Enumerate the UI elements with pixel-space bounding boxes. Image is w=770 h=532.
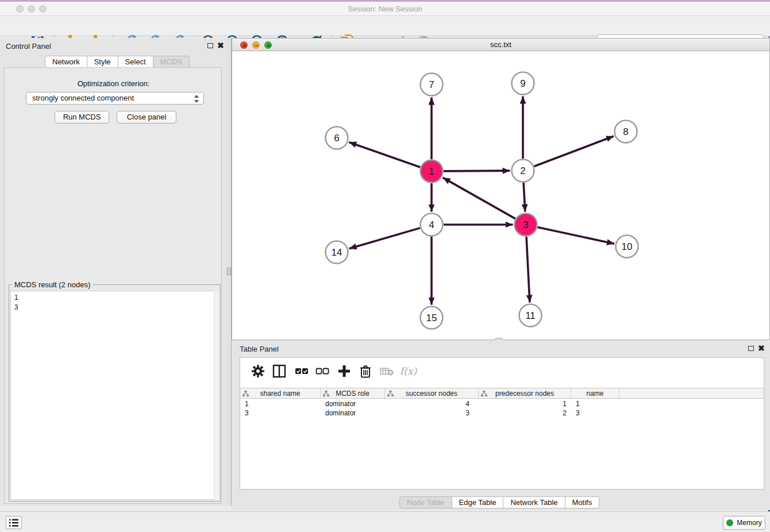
graph-edge-3-1[interactable] [443, 178, 515, 219]
table-panel: Table Panel ✖ f(x) shared name MCDS role… [232, 340, 770, 510]
list-icon [9, 518, 19, 527]
graph-node-label: 11 [525, 310, 536, 321]
cell-successor-nodes: 4 [385, 399, 479, 409]
cell-predecessor-nodes: 1 [479, 399, 571, 409]
columns-icon[interactable] [272, 364, 287, 379]
graph-node-label: 3 [523, 219, 528, 230]
graph-node-label: 14 [332, 247, 342, 258]
mcds-result-scrollbar[interactable] [214, 291, 219, 500]
graph-edge-2-8[interactable] [534, 136, 614, 167]
cell-name: 3 [571, 408, 619, 418]
cell-successor-nodes: 3 [385, 408, 479, 418]
mcds-result-title: MCDS result (2 nodes) [12, 280, 93, 289]
graph-node-label: 10 [622, 241, 633, 252]
network-canvas[interactable]: 7968124314101511 [232, 51, 769, 340]
table-tabs: Node Table Edge Table Network Table Moti… [399, 496, 599, 508]
gear-icon[interactable] [251, 364, 265, 379]
network-close-button[interactable] [240, 41, 248, 49]
run-mcds-button[interactable]: Run MCDS [55, 111, 109, 124]
optimization-criterion-value: strongly connected component [32, 94, 134, 102]
graph-node-label: 15 [426, 313, 437, 323]
graph-edge-2-3[interactable] [523, 183, 525, 212]
graph-node-label: 4 [429, 219, 434, 230]
network-canvas-svg: 7968124314101511 [232, 51, 769, 340]
delete-table-icon [379, 364, 394, 379]
window-minimize-button[interactable] [28, 5, 35, 13]
column-header-shared-name[interactable]: shared name [240, 388, 321, 398]
column-header-successor-nodes[interactable]: successor nodes [385, 388, 479, 398]
main-toolbar [0, 16, 770, 36]
control-panel: Control Panel ✖ Network Style Select MCD… [0, 38, 226, 506]
column-header-name[interactable]: name [571, 388, 619, 398]
mcds-tab-content: Optimization criterion: strongly connect… [4, 67, 222, 504]
table-panel-close-button[interactable]: ✖ [758, 345, 765, 351]
add-icon[interactable] [337, 364, 352, 379]
table-panel-float-button[interactable] [748, 346, 754, 351]
tab-node-table[interactable]: Node Table [399, 496, 452, 508]
tab-network[interactable]: Network [45, 56, 87, 68]
node-table-area: f(x) shared name MCDS role successor nod… [240, 357, 764, 489]
column-header-mcds-role[interactable]: MCDS role [321, 388, 385, 398]
tab-mcds[interactable]: MCDS [153, 56, 190, 68]
memory-status-icon [726, 519, 733, 526]
cell-name: 1 [571, 399, 619, 409]
graph-node-label: 6 [334, 133, 339, 144]
control-panel-tabs: Network Style Select MCDS [45, 56, 190, 68]
function-icon: f(x) [400, 364, 423, 379]
graph-edge-3-10[interactable] [538, 227, 614, 244]
tab-edge-table[interactable]: Edge Table [452, 496, 504, 508]
cell-mcds-role: dominator [321, 408, 385, 418]
optimization-criterion-label: Optimization criterion: [5, 79, 222, 88]
select-all-icon[interactable] [294, 364, 309, 379]
mcds-result-group: MCDS result (2 nodes) 1 3 [9, 284, 221, 502]
network-window-title: scc.txt [232, 38, 769, 51]
app-titlebar: Session: New Session [0, 2, 770, 16]
control-panel-close-button[interactable]: ✖ [217, 43, 224, 48]
table-panel-title: Table Panel [240, 345, 279, 353]
tab-motifs[interactable]: Motifs [565, 496, 600, 508]
task-history-button[interactable] [6, 516, 22, 529]
memory-button[interactable]: Memory [723, 516, 765, 530]
graph-node-label: 7 [429, 79, 434, 90]
trash-icon[interactable] [358, 364, 373, 379]
status-bar: Memory [0, 511, 770, 532]
graph-edge-1-2[interactable] [444, 171, 510, 171]
deselect-all-icon[interactable] [315, 364, 330, 379]
network-maximize-button[interactable] [264, 41, 272, 49]
optimization-criterion-select[interactable]: strongly connected component [26, 92, 204, 105]
cell-predecessor-nodes: 2 [479, 408, 571, 418]
app-title: Session: New Session [0, 2, 770, 16]
graph-node-label: 8 [623, 126, 628, 137]
graph-edge-4-14[interactable] [349, 228, 420, 249]
table-row[interactable]: 1 dominator 4 1 1 [240, 399, 764, 409]
window-close-button[interactable] [16, 5, 24, 13]
control-panel-float-button[interactable] [207, 43, 213, 48]
tab-style[interactable]: Style [87, 56, 118, 68]
graph-node-label: 2 [520, 165, 525, 176]
memory-button-label: Memory [737, 519, 761, 527]
graph-edge-1-6[interactable] [349, 142, 420, 167]
graph-node-label: 1 [429, 166, 434, 177]
cell-mcds-role: dominator [321, 399, 385, 409]
tab-select[interactable]: Select [118, 56, 153, 68]
tab-network-table[interactable]: Network Table [503, 496, 565, 508]
network-minimize-button[interactable] [252, 41, 260, 49]
table-header-row: shared name MCDS role successor nodes pr… [240, 388, 764, 399]
close-panel-button[interactable]: Close panel [117, 111, 176, 124]
graph-node-label: 9 [520, 78, 525, 89]
table-row[interactable]: 3 dominator 3 2 3 [240, 408, 764, 418]
network-view-window: scc.txt 7968124314101511 [232, 38, 770, 340]
vertical-splitter-handle[interactable] [227, 268, 231, 275]
mcds-result-list[interactable]: 1 3 [10, 291, 219, 500]
cell-shared-name: 1 [240, 399, 321, 409]
window-zoom-button[interactable] [39, 5, 47, 13]
network-window-titlebar[interactable]: scc.txt [232, 38, 769, 51]
control-panel-title: Control Panel [6, 42, 51, 51]
cell-shared-name: 3 [240, 408, 321, 418]
graph-edge-3-11[interactable] [526, 237, 530, 303]
column-header-predecessor-nodes[interactable]: predecessor nodes [479, 388, 571, 398]
select-stepper-icon [193, 94, 200, 103]
